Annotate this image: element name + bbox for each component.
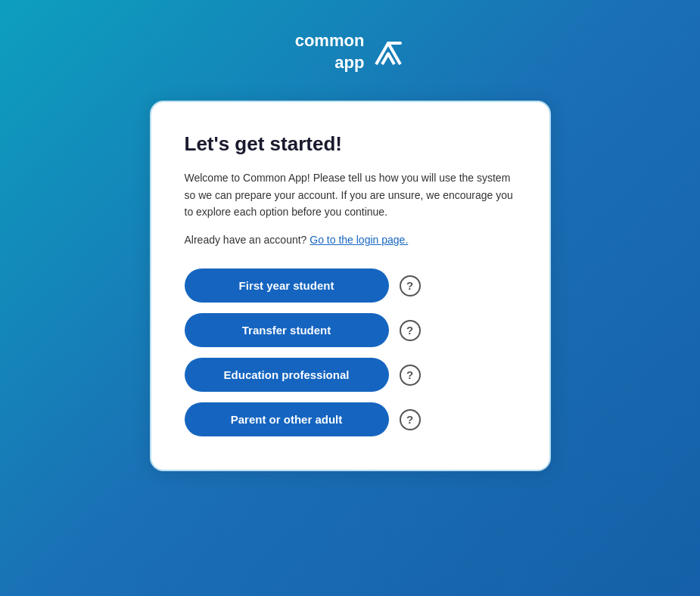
card-login-prompt: Already have an account? Go to the login…	[185, 234, 516, 246]
card-description: Welcome to Common App! Please tell us ho…	[185, 169, 516, 220]
card-title: Let's get started!	[185, 132, 516, 156]
logo-text: common app	[295, 30, 365, 73]
common-app-logo-icon	[372, 36, 405, 69]
option-row-parent-other-adult: Parent or other adult?	[185, 402, 516, 436]
first-year-student-button[interactable]: First year student	[185, 269, 389, 303]
get-started-card: Let's get started! Welcome to Common App…	[150, 101, 551, 471]
parent-other-adult-button[interactable]: Parent or other adult	[185, 402, 389, 436]
transfer-student-button[interactable]: Transfer student	[185, 313, 389, 347]
education-professional-button[interactable]: Education professional	[185, 358, 389, 392]
login-page-link[interactable]: Go to the login page.	[310, 234, 408, 246]
option-row-first-year-student: First year student?	[185, 269, 516, 303]
logo-area: common app	[295, 30, 406, 73]
option-row-transfer-student: Transfer student?	[185, 313, 516, 347]
education-professional-help-icon[interactable]: ?	[400, 365, 421, 386]
options-list: First year student?Transfer student?Educ…	[185, 269, 516, 436]
transfer-student-help-icon[interactable]: ?	[400, 320, 421, 341]
first-year-student-help-icon[interactable]: ?	[400, 275, 421, 296]
option-row-education-professional: Education professional?	[185, 358, 516, 392]
parent-other-adult-help-icon[interactable]: ?	[400, 409, 421, 430]
